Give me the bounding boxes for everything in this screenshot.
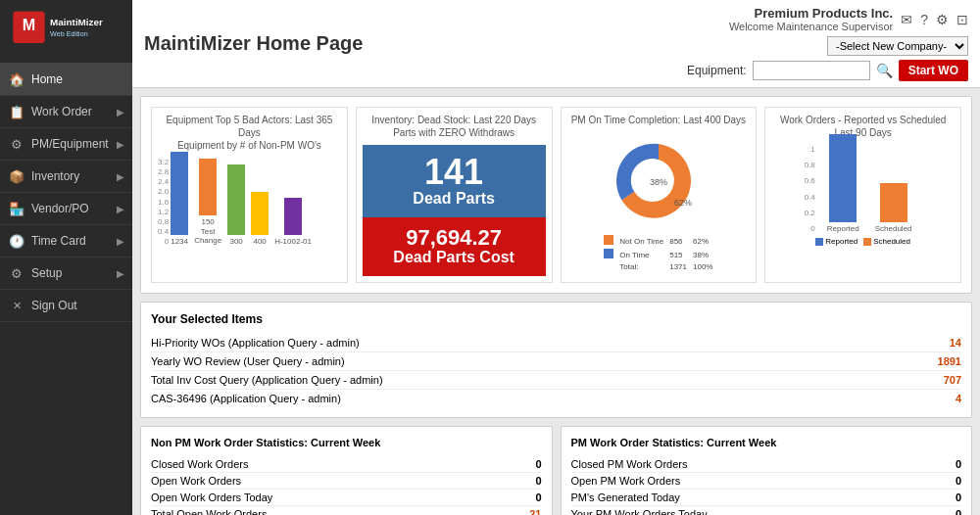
workorder-icon: 📋 [8,103,25,120]
stats-item-label: Closed Work Orders [151,458,248,470]
pm-stats-box: PM Work Order Statistics: Current Week C… [561,426,973,515]
pm-chart-widget: PM On Time Completion: Last 400 Days 38%… [561,107,758,283]
timecard-icon: 🕐 [8,232,25,250]
bar-150: 150TestChange [194,159,221,246]
welcome-text: Welcome Maintenance Supervisor [729,21,893,32]
legend-on-time: On Time 515 38% [601,248,715,261]
bar-rect [199,159,217,215]
svg-text:Web Edition: Web Edition [50,29,88,38]
dead-parts-cost: 97,694.27 [368,227,540,249]
pm-chart-title: PM On Time Completion: Last 400 Days [571,114,746,126]
stats-item-label: Your PM Work Orders Today [571,508,708,515]
y-axis: 3.2 2.8 2.4 2.0 1.6 1.2 0.8 0.4 0 [158,158,171,246]
equipment-chart-title: Equipment Top 5 Bad Actors: Last 365 Day… [158,114,341,152]
stats-item-label: Total Open Work Orders [151,508,267,515]
selected-item-value: 4 [956,393,961,404]
chevron-right-icon-vpo: ▶ [117,204,124,214]
stats-item-label: Closed PM Work Orders [571,458,688,470]
bar-1234: 1234 [171,152,188,246]
inventory-icon: 📦 [8,167,25,185]
svg-text:MaintiMizer: MaintiMizer [50,17,103,27]
company-row: Premium Products Inc. Welcome Maintenanc… [729,6,968,32]
bar-300: 300 [227,164,245,246]
svg-text:38%: 38% [650,177,667,187]
stats-row: Non PM Work Order Statistics: Current We… [140,426,972,515]
stats-item-row: Open Work Orders Today0 [151,490,542,506]
bar-rect [251,192,269,235]
donut-legend-table: Not On Time 856 62% On Time 515 38% [601,234,715,272]
selected-item-label: Yearly WO Review (User Query - admin) [151,355,345,367]
dead-parts-red-section: 97,694.27 Dead Parts Cost [363,217,546,276]
sidebar-label-vendorpo: Vendor/PO [31,202,117,215]
stats-item-value: 21 [529,508,541,515]
home-icon: 🏠 [8,70,25,88]
chevron-right-icon-setup: ▶ [117,268,124,279]
stats-item-row: PM's Generated Today0 [571,490,962,506]
help-icon[interactable]: ? [920,12,928,27]
sidebar-item-inventory[interactable]: 📦 Inventory ▶ [0,161,132,193]
reported-dot [815,238,823,246]
topbar-icons: ✉ ? ⚙ ⊡ [901,12,968,27]
stats-item-row: Closed PM Work Orders0 [571,456,962,473]
reported-bar [829,134,857,222]
scheduled-bar [880,183,907,222]
bar-rect [171,152,188,235]
selected-item-label: CAS-36496 (Application Query - admin) [151,393,341,404]
sidebar-item-timecard[interactable]: 🕐 Time Card ▶ [0,225,132,258]
equipment-input[interactable] [753,61,870,80]
email-icon[interactable]: ✉ [901,12,912,27]
settings-icon[interactable]: ⚙ [936,12,949,27]
scheduled-label: Scheduled [875,224,912,233]
stats-item-label: Open PM Work Orders [571,475,681,487]
chevron-right-icon-pm: ▶ [117,139,124,150]
sidebar-item-pmequipment[interactable]: ⚙ PM/Equipment ▶ [0,128,132,161]
bar-rect [227,164,245,235]
chevron-right-icon-tc: ▶ [117,236,124,247]
equipment-search-button[interactable]: 🔍 [876,63,893,78]
non-pm-stats-title: Non PM Work Order Statistics: Current We… [151,437,542,448]
stats-item-label: Open Work Orders [151,475,241,487]
sidebar-item-workorder[interactable]: 📋 Work Order ▶ [0,96,132,128]
dead-parts-blue-section: 141 Dead Parts [363,145,546,217]
bar-label: 400 [253,237,266,246]
legend-scheduled: Scheduled [863,237,910,246]
pmequipment-icon: ⚙ [8,135,25,153]
bar-label: H-1002-01 [274,237,312,246]
selected-items-box: Your Selected Items Hi-Priority WOs (App… [140,302,972,418]
sidebar-item-setup[interactable]: ⚙ Setup ▶ [0,258,132,290]
sidebar-item-signout[interactable]: ✕ Sign Out [0,290,132,322]
selected-item-value: 1891 [938,355,961,367]
stats-item-row: Open PM Work Orders0 [571,473,962,490]
logout-icon[interactable]: ⊡ [956,12,968,27]
company-select-row: -Select New Company- [827,36,968,56]
bar-label: 1234 [171,237,188,246]
selected-item-row: Hi-Priority WOs (Application Query - adm… [151,334,961,352]
stats-item-label: Open Work Orders Today [151,492,272,503]
donut-legend: Not On Time 856 62% On Time 515 38% [601,234,715,272]
pm-rows: Closed PM Work Orders0Open PM Work Order… [571,456,962,515]
sidebar-label-pmequipment: PM/Equipment [31,137,117,151]
selected-item-value: 707 [944,374,961,386]
bar-rect [284,198,302,235]
widgets-row: Equipment Top 5 Bad Actors: Last 365 Day… [140,96,972,294]
sidebar-label-home: Home [31,72,124,86]
wo-chart-area: 1 0.8 0.6 0.4 0.2 0 Reported [805,145,922,233]
pm-stats-title: PM Work Order Statistics: Current Week [571,437,962,448]
bar-400: 400 [251,192,269,246]
dead-parts-label: Dead Parts [368,190,540,208]
scheduled-bar-group: Scheduled [875,183,912,233]
selected-items-rows: Hi-Priority WOs (Application Query - adm… [151,334,961,407]
svg-text:62%: 62% [674,198,692,208]
sidebar-label-inventory: Inventory [31,169,117,183]
start-wo-button[interactable]: Start WO [899,60,968,81]
wo-chart-widget: Work Orders - Reported vs ScheduledLast … [764,107,961,283]
chevron-right-icon-inv: ▶ [117,171,124,182]
stats-item-row: Your PM Work Orders Today0 [571,506,962,515]
legend-not-on-time: Not On Time 856 62% [601,234,715,248]
sidebar-item-vendorpo[interactable]: 🏪 Vendor/PO ▶ [0,193,132,225]
company-select[interactable]: -Select New Company- [827,36,968,56]
wo-y-axis: 1 0.8 0.6 0.4 0.2 0 [805,145,817,233]
equipment-chart-widget: Equipment Top 5 Bad Actors: Last 365 Day… [151,107,348,283]
sidebar-item-home[interactable]: 🏠 Home [0,64,132,96]
scheduled-dot [863,238,871,246]
